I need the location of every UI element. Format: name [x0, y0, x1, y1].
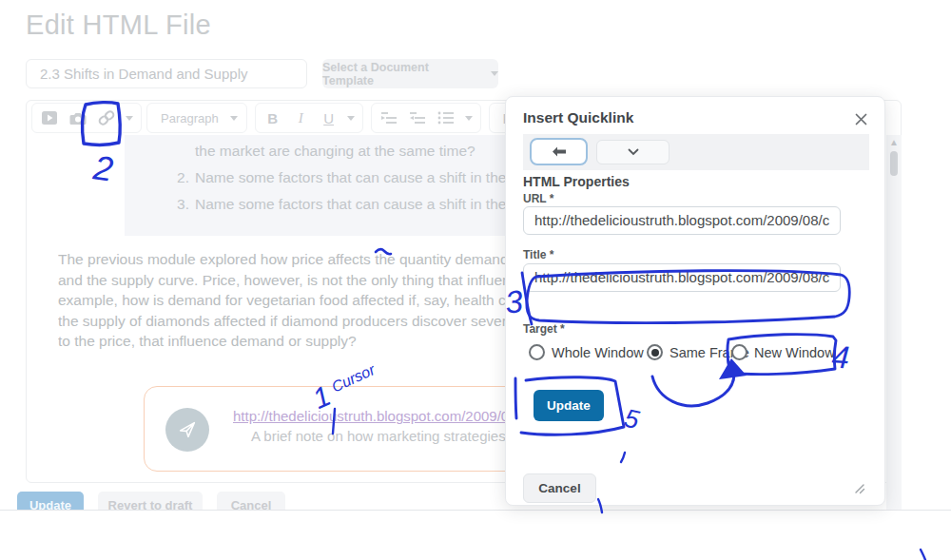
- chevron-down-icon: [126, 116, 133, 121]
- insert-quicklink-dialog: Insert Quicklink HTML Properties URL * h…: [505, 96, 885, 506]
- paragraph-line: to the price, that influence demand or s…: [58, 331, 509, 352]
- paragraph-format-label: Paragraph: [151, 111, 228, 126]
- page-title: Edit HTML File: [26, 10, 211, 41]
- link-type-dropdown[interactable]: [596, 140, 670, 164]
- select-template-button[interactable]: Select a Document Template: [322, 59, 498, 88]
- question-row: the market are changing at the same time…: [174, 143, 476, 160]
- url-label: URL *: [523, 192, 553, 205]
- page-update-button[interactable]: Update: [17, 492, 84, 511]
- send-icon-circle: [165, 408, 209, 452]
- section-heading: HTML Properties: [523, 174, 630, 189]
- paragraph-line: The previous module explored how price a…: [58, 249, 509, 270]
- insert-quicklink-button[interactable]: [93, 106, 120, 130]
- paragraph-line: example, how is demand for vegetarian fo…: [58, 290, 509, 311]
- toolbar-text-style-group: B I U: [255, 103, 363, 133]
- back-button[interactable]: [530, 138, 588, 165]
- camera-icon: [69, 111, 87, 126]
- question-text: Name some factors that can cause a shift…: [195, 196, 553, 213]
- chevron-down-icon: [230, 116, 238, 121]
- question-number: 3.: [174, 196, 189, 213]
- question-text: Name some factors that can cause a shift…: [195, 169, 555, 186]
- screen: Edit HTML File 2.3 Shifts in Demand and …: [0, 0, 951, 560]
- radio-icon: [647, 344, 663, 360]
- url-input[interactable]: http://thedelicioustruth.blogspot.com/20…: [523, 206, 841, 235]
- title-label: Title *: [523, 248, 553, 261]
- blog-link-note: A brief note on how marketing strategies…: [251, 428, 525, 444]
- question-row: 3. Name some factors that can cause a sh…: [174, 196, 553, 213]
- arrow-left-icon: [551, 145, 567, 158]
- blog-link[interactable]: http://thedelicioustruth.blogspot.com/20…: [233, 408, 509, 424]
- outdent-button[interactable]: [404, 106, 431, 130]
- insert-image-button[interactable]: [65, 106, 91, 130]
- quicklink-icon: [97, 109, 116, 126]
- target-label: Target *: [523, 322, 565, 336]
- toolbar-list-group: [371, 103, 481, 133]
- revert-to-draft-button[interactable]: Revert to draft: [98, 492, 203, 511]
- question-number: 2.: [174, 169, 189, 186]
- resize-handle-icon[interactable]: [852, 481, 865, 494]
- chevron-down-icon: [347, 116, 355, 121]
- underline-label: U: [323, 110, 334, 126]
- close-icon: [855, 113, 867, 126]
- list-group-dropdown[interactable]: [461, 106, 476, 130]
- scrollbar-thumb[interactable]: [890, 151, 898, 176]
- dialog-update-button[interactable]: Update: [534, 390, 604, 421]
- bold-label: B: [267, 110, 278, 126]
- play-icon: [41, 110, 58, 126]
- media-group-dropdown[interactable]: [122, 106, 137, 130]
- outdent-icon: [409, 111, 426, 125]
- underline-button[interactable]: U: [316, 106, 341, 130]
- document-title-input[interactable]: 2.3 Shifts in Demand and Supply: [26, 59, 307, 88]
- indent-icon: [380, 111, 398, 125]
- close-button[interactable]: [851, 109, 870, 128]
- bold-button[interactable]: B: [260, 106, 285, 130]
- chevron-down-icon: [628, 148, 639, 156]
- dialog-cancel-button[interactable]: Cancel: [523, 473, 596, 503]
- paragraph-format-select[interactable]: Paragraph: [146, 103, 247, 133]
- title-input[interactable]: http://thedelicioustruth.blogspot.com/20…: [523, 263, 841, 292]
- editor-scrollbar[interactable]: ▲ ▼: [886, 135, 902, 511]
- italic-button[interactable]: I: [287, 106, 313, 130]
- body-paragraph: The previous module explored how price a…: [58, 249, 509, 354]
- radio-label: Whole Window: [552, 345, 644, 360]
- chevron-down-icon: [491, 71, 498, 76]
- question-row: 2. Name some factors that can cause a sh…: [174, 169, 555, 186]
- toolbar-media-group: [31, 103, 142, 133]
- bullet-list-icon: [437, 111, 455, 125]
- question-number: [174, 143, 189, 160]
- radio-label: New Window: [754, 345, 835, 360]
- page-cancel-button[interactable]: Cancel: [217, 492, 285, 511]
- bullet-list-button[interactable]: [433, 106, 459, 130]
- paragraph-line: the supply of diamonds affected if diamo…: [58, 311, 509, 332]
- italic-label: I: [299, 110, 303, 126]
- insert-stuff-button[interactable]: [36, 106, 63, 130]
- dialog-toolbar: [523, 134, 869, 170]
- send-icon: [177, 419, 198, 440]
- radio-new-window[interactable]: New Window: [731, 344, 835, 360]
- target-radio-group: Whole Window Same Frame New Window: [523, 344, 869, 367]
- paragraph-line: and the supply curve. Price, however, is…: [58, 270, 509, 291]
- chevron-down-icon: [465, 116, 473, 121]
- radio-icon: [529, 344, 545, 360]
- dialog-title: Insert Quicklink: [523, 109, 633, 126]
- question-text: the market are changing at the same time…: [195, 143, 476, 160]
- radio-whole-window[interactable]: Whole Window: [529, 344, 644, 360]
- radio-icon: [731, 344, 747, 360]
- indent-button[interactable]: [376, 106, 402, 130]
- scroll-up-icon[interactable]: ▲: [889, 137, 899, 147]
- text-style-dropdown[interactable]: [343, 106, 359, 130]
- select-template-label: Select a Document Template: [322, 61, 483, 87]
